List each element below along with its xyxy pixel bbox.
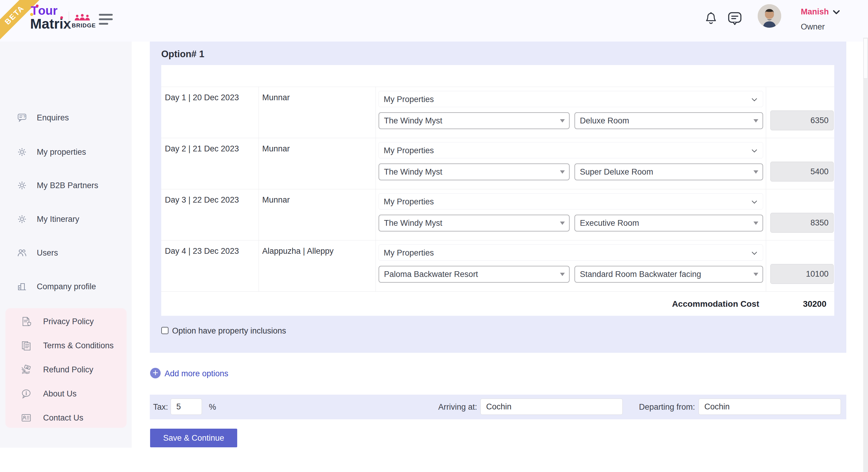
column-divider bbox=[766, 87, 766, 138]
column-divider bbox=[258, 87, 259, 138]
day-date-label: Day 1 | 20 Dec 2023 bbox=[165, 93, 239, 102]
day-date-label: Day 4 | 23 Dec 2023 bbox=[165, 246, 239, 256]
logo-divider bbox=[69, 11, 69, 28]
room-select[interactable]: Standard Room Backwater facing bbox=[575, 266, 763, 283]
save-continue-button[interactable]: Save & Continue bbox=[150, 429, 237, 447]
departing-from-label: Departing from: bbox=[627, 402, 695, 412]
user-role: Owner bbox=[801, 22, 840, 32]
column-divider bbox=[375, 87, 376, 138]
itinerary-table: Day 1 | 20 Dec 2023 Munnar My Properties… bbox=[161, 65, 834, 316]
menu-hamburger-icon[interactable] bbox=[99, 14, 113, 26]
accommodation-cost-value: 30200 bbox=[803, 299, 827, 309]
property-select[interactable]: The Windy Myst bbox=[378, 164, 569, 180]
room-select[interactable]: Deluxe Room bbox=[575, 112, 763, 129]
property-inclusions-checkbox[interactable] bbox=[161, 327, 168, 334]
sidebar-item-refund-policy[interactable]: Refund Policy bbox=[5, 361, 127, 379]
bridge-people-icon bbox=[73, 14, 91, 22]
bridge-logo: BRIDGE bbox=[72, 14, 93, 29]
user-menu[interactable]: Manish Owner bbox=[801, 7, 840, 32]
property-select[interactable]: The Windy Myst bbox=[378, 215, 569, 232]
chevron-down-icon bbox=[751, 251, 757, 255]
scrollbar-thumb[interactable] bbox=[864, 38, 868, 78]
dropdown-arrow-icon bbox=[753, 222, 758, 225]
dropdown-arrow-icon bbox=[753, 170, 758, 174]
location-label: Munnar bbox=[262, 144, 290, 154]
room-cost-field[interactable]: 10100 bbox=[770, 264, 834, 284]
column-divider bbox=[766, 240, 766, 292]
sidebar-item-privacy-policy[interactable]: Privacy Policy bbox=[5, 312, 127, 331]
room-cost-field[interactable]: 5400 bbox=[770, 162, 834, 181]
sidebar-item-contact-us[interactable]: Contact Us bbox=[5, 409, 127, 427]
arriving-at-input[interactable]: Cochin bbox=[480, 399, 623, 415]
property-category-select[interactable]: My Properties bbox=[378, 142, 763, 158]
plus-circle-icon: + bbox=[150, 368, 161, 378]
dropdown-arrow-icon bbox=[753, 119, 758, 123]
day-row: Day 2 | 21 Dec 2023 Munnar My Properties… bbox=[161, 138, 834, 189]
room-select[interactable]: Super Deluxe Room bbox=[575, 164, 763, 180]
chevron-down-icon bbox=[751, 98, 757, 101]
top-header: BETA Tour Matrix BRIDGE bbox=[0, 0, 868, 41]
id-card-icon bbox=[21, 413, 31, 423]
user-name[interactable]: Manish bbox=[801, 7, 840, 16]
day-row: Day 3 | 22 Dec 2023 Munnar My Properties… bbox=[161, 189, 834, 240]
sidebar-item-users[interactable]: Users bbox=[0, 244, 132, 262]
chevron-down-icon bbox=[751, 149, 757, 153]
tax-input[interactable]: 5 bbox=[170, 399, 202, 415]
sidebar-item-company-profile[interactable]: Company profile bbox=[0, 277, 132, 296]
chevron-down-icon bbox=[833, 10, 840, 14]
column-divider bbox=[375, 240, 376, 292]
day-row: Day 4 | 23 Dec 2023 Alappuzha | Alleppy … bbox=[161, 240, 834, 292]
table-header-row bbox=[161, 65, 834, 87]
column-divider bbox=[375, 138, 376, 189]
percent-label: % bbox=[209, 402, 216, 412]
chat-question-icon: ? bbox=[17, 113, 27, 123]
logo-matrix: Matrix bbox=[30, 17, 71, 31]
sidebar-item-terms-conditions[interactable]: Terms & Conditions bbox=[5, 337, 127, 355]
column-divider bbox=[258, 240, 259, 292]
documents-icon bbox=[21, 340, 31, 351]
property-category-select[interactable]: My Properties bbox=[378, 244, 763, 261]
location-label: Munnar bbox=[262, 93, 290, 102]
sidebar-item-my-properties[interactable]: My properties bbox=[0, 143, 132, 161]
sidebar-item-my-itinerary[interactable]: My Itinerary bbox=[0, 210, 132, 228]
gear-icon bbox=[17, 180, 27, 190]
user-avatar[interactable] bbox=[758, 4, 781, 28]
chevron-down-icon bbox=[751, 200, 757, 204]
option-panel: Option# 1 Day 1 | 20 Dec 2023 Munnar My … bbox=[150, 41, 846, 353]
property-select[interactable]: The Windy Myst bbox=[378, 112, 569, 129]
arriving-at-label: Arriving at: bbox=[416, 402, 477, 412]
page-scrollbar[interactable] bbox=[863, 38, 868, 472]
logo-t-mark: T bbox=[31, 4, 38, 17]
option-title: Option# 1 bbox=[161, 49, 204, 60]
sidebar: ? Enquires My properties My B2B Partners… bbox=[0, 41, 132, 448]
dropdown-arrow-icon bbox=[753, 273, 758, 276]
departing-from-input[interactable]: Cochin bbox=[699, 399, 841, 415]
app-logo: Tour Matrix bbox=[30, 4, 71, 31]
room-cost-field[interactable]: 8350 bbox=[770, 213, 834, 233]
hand-money-icon bbox=[21, 365, 31, 375]
document-shield-icon bbox=[21, 316, 31, 327]
column-divider bbox=[258, 189, 259, 240]
column-divider bbox=[766, 138, 766, 189]
column-divider bbox=[766, 189, 766, 240]
sidebar-item-about-us[interactable]: About Us bbox=[5, 385, 127, 403]
accommodation-cost-label: Accommodation Cost bbox=[672, 299, 759, 309]
sidebar-item-enquires[interactable]: ? Enquires bbox=[0, 109, 132, 127]
property-category-select[interactable]: My Properties bbox=[378, 193, 763, 209]
dropdown-arrow-icon bbox=[560, 170, 565, 174]
location-label: Alappuzha | Alleppy bbox=[262, 246, 334, 256]
trip-settings-bar: Tax: 5 % Arriving at: Cochin Departing f… bbox=[150, 395, 846, 419]
sidebar-item-b2b-partners[interactable]: My B2B Partners bbox=[0, 176, 132, 195]
users-icon bbox=[17, 248, 27, 258]
property-category-select[interactable]: My Properties bbox=[378, 91, 763, 107]
sidebar-policy-card: Privacy Policy Terms & Conditions Refund… bbox=[5, 308, 127, 428]
building-icon bbox=[17, 282, 27, 292]
room-cost-field[interactable]: 6350 bbox=[770, 110, 834, 130]
notifications-bell-icon[interactable] bbox=[704, 11, 718, 26]
info-bubble-icon bbox=[21, 389, 31, 399]
property-inclusions-label: Option have property inclusions bbox=[172, 326, 286, 336]
room-select[interactable]: Executive Room bbox=[575, 215, 763, 232]
property-select[interactable]: Paloma Backwater Resort bbox=[378, 266, 569, 283]
accommodation-row: Accommodation Cost 30200 bbox=[161, 292, 834, 315]
messages-chat-icon[interactable] bbox=[727, 11, 743, 26]
